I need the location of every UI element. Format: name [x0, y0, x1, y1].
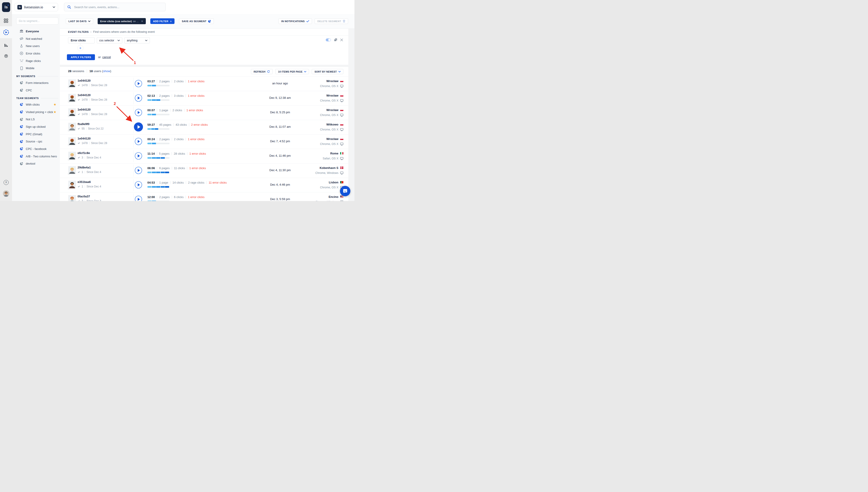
show-users-link[interactable]: show [103, 69, 110, 73]
search-input[interactable] [74, 5, 162, 9]
in-notifications-button[interactable]: IN NOTIFICATIONS [279, 18, 312, 24]
sidebar-segment-item[interactable]: Sign up clicked ★ [12, 123, 60, 130]
sort-dropdown[interactable]: SORT BY NEWEST [312, 69, 343, 74]
chevron-down-icon [338, 71, 341, 72]
sidebar-item-not-watched[interactable]: Not watched [12, 35, 60, 43]
avatar: ☆ [68, 94, 76, 101]
favorite-star-icon[interactable]: ★ [53, 110, 56, 114]
duplicate-filter-icon[interactable] [334, 39, 337, 41]
session-user-id[interactable]: 1e044120 [78, 93, 91, 97]
nav-dashboard-grid-icon[interactable] [0, 15, 12, 27]
nav-metrics-chart-icon[interactable] [0, 39, 12, 51]
session-user-id[interactable]: 29d8e4a1 [78, 166, 91, 169]
sidebar-item-new-users[interactable]: New users [12, 42, 60, 50]
filter-enabled-toggle[interactable] [326, 39, 331, 41]
session-location: Witkowo Chrome, OS X [320, 122, 343, 132]
favorite-star-icon[interactable]: ☆ [67, 114, 70, 118]
remove-filter-icon[interactable]: ✕ [141, 20, 143, 23]
go-to-segment-input[interactable] [16, 18, 58, 25]
favorite-star-icon[interactable]: ☆ [67, 85, 70, 89]
pie-chart-icon [20, 103, 24, 106]
global-search[interactable] [64, 3, 166, 11]
date-range-button[interactable]: LAST 30 DAYS [66, 18, 93, 24]
favorite-star-icon[interactable]: ☆ [67, 129, 70, 132]
add-filter-button[interactable]: ADD FILTER + [150, 18, 175, 24]
favorite-star-icon[interactable]: ☆ [67, 143, 70, 147]
save-as-segment-button[interactable]: SAVE AS SEGMENT [179, 18, 214, 24]
session-row[interactable]: ☆ 1e044120 1478 Since Dec 28 00:242 page… [60, 134, 348, 149]
play-session-button[interactable] [135, 94, 142, 102]
session-user-id[interactable]: 1e044120 [78, 108, 91, 111]
session-row[interactable]: ☆ fba9e9f0 55 Since Oct 22 59:2745 pages… [60, 120, 348, 134]
session-user-id[interactable]: 0fac0a37 [78, 195, 90, 198]
session-date: Dec 4, 11:30 pm [257, 168, 303, 172]
session-user-id[interactable]: 1e044120 [78, 79, 91, 82]
session-row[interactable]: ☆ 0fac0a37 3 Since Dec 3 12:002 pages6 c… [60, 192, 348, 201]
session-row[interactable]: ☆ e351baa6 1 Since Dec 4 04:531 page14 c… [60, 178, 348, 192]
session-user-id[interactable]: e6cf1c8e [78, 151, 90, 155]
chat-widget-button[interactable] [340, 186, 350, 196]
session-user-id[interactable]: 1e044120 [78, 137, 91, 140]
sidebar-item-rage-clicks[interactable]: Rage clicks [12, 57, 60, 65]
play-session-button[interactable] [135, 109, 142, 116]
sidebar-segment-item[interactable]: Visited pricing + click ★ [12, 108, 60, 116]
session-row[interactable]: ☆ 1e044120 1478 Since Dec 28 00:071 page… [60, 105, 348, 120]
play-session-button[interactable] [135, 152, 142, 159]
play-session-button[interactable] [134, 122, 143, 131]
divider [60, 35, 348, 35]
session-user-id[interactable]: e351baa6 [78, 180, 91, 183]
sidebar-item-mobile[interactable]: Mobile [12, 65, 60, 72]
play-session-button[interactable] [135, 138, 142, 145]
favorite-star-icon[interactable]: ☆ [67, 187, 70, 190]
play-session-button[interactable] [135, 80, 142, 87]
sidebar-item-everyone[interactable]: Everyone [12, 28, 60, 35]
session-row[interactable]: ☆ 1e044120 1478 Since Dec 28 03:272 page… [60, 77, 348, 91]
segment-label: Form interactions [26, 81, 48, 84]
livesession-logo[interactable]: ls [2, 2, 10, 12]
sidebar-segment-item[interactable]: Source - cpc ★ [12, 138, 60, 145]
favorite-star-icon[interactable]: ★ [53, 103, 56, 106]
sidebar-segment-item[interactable]: A/B - Two columns hero ★ [12, 153, 60, 160]
default-segments-list: Everyone Not watched New users Error cli… [12, 28, 60, 72]
rage-face-icon [20, 59, 24, 62]
remove-filter-row-icon[interactable] [340, 39, 343, 41]
delete-segment-button[interactable]: DELETE SEGMENT [315, 18, 348, 24]
filter-chips-row: LAST 30 DAYS Error clicks (css selector)… [60, 14, 354, 28]
sidebar-segment-item[interactable]: CPC - facebook ★ [12, 145, 60, 153]
user-avatar[interactable] [0, 188, 12, 199]
help-icon[interactable]: ? [0, 176, 12, 188]
session-browser-os: Chrome, OS X [320, 143, 338, 146]
value-selector-dropdown[interactable]: anything [124, 37, 150, 43]
event-name-box[interactable]: Error clicks [68, 37, 95, 43]
sidebar-item-error-clicks[interactable]: Error clicks [12, 50, 60, 57]
sidebar-segment-item[interactable]: Form interactions ★ [12, 79, 60, 87]
nav-sessions-play-icon[interactable] [0, 26, 12, 38]
play-session-button[interactable] [135, 167, 142, 174]
session-row[interactable]: ☆ 1e044120 1478 Since Dec 28 02:132 page… [60, 91, 348, 105]
play-session-button[interactable] [135, 181, 142, 189]
circle-x-icon [20, 52, 24, 55]
sidebar-segment-item[interactable]: Not LS ★ [12, 116, 60, 123]
cancel-link[interactable]: cancel [102, 55, 111, 59]
sidebar-segment-item[interactable]: PPC (Gmail) ★ [12, 130, 60, 138]
items-per-page-dropdown[interactable]: 10 ITEMS PER PAGE [275, 69, 309, 74]
sidebar-segment-item[interactable]: With clicks ★ [12, 101, 60, 108]
sidebar-segment-item[interactable]: devtool ★ [12, 160, 60, 168]
add-condition-button[interactable]: + [77, 45, 83, 51]
session-user-id[interactable]: fba9e9f0 [78, 122, 90, 126]
sidebar-segment-item[interactable]: CPC ★ [12, 87, 60, 94]
workspace-selector[interactable]: ls livesession.io [15, 3, 58, 11]
play-session-button[interactable] [135, 196, 142, 201]
apply-filters-button[interactable]: APPLY FILTERS [67, 54, 95, 60]
favorite-star-icon[interactable]: ☆ [67, 100, 70, 103]
property-selector-dropdown[interactable]: css selector [97, 37, 122, 43]
active-filter-chip[interactable]: Error clicks (css selector) on ... ✕ [98, 18, 146, 24]
session-row[interactable]: ☆ e6cf1c8e 3 Since Dec 4 11:145 pages28 … [60, 149, 348, 164]
refresh-button[interactable]: REFRESH [251, 69, 273, 74]
favorite-star-icon[interactable]: ☆ [67, 172, 70, 176]
since-date: Since Oct 22 [88, 127, 104, 130]
session-date: Dec 9, 12:38 am [257, 96, 303, 99]
nav-settings-gear-icon[interactable] [0, 50, 12, 62]
session-row[interactable]: ☆ 29d8e4a1 1 Since Dec 4 06:066 pages11 … [60, 164, 348, 178]
favorite-star-icon[interactable]: ☆ [67, 157, 70, 161]
